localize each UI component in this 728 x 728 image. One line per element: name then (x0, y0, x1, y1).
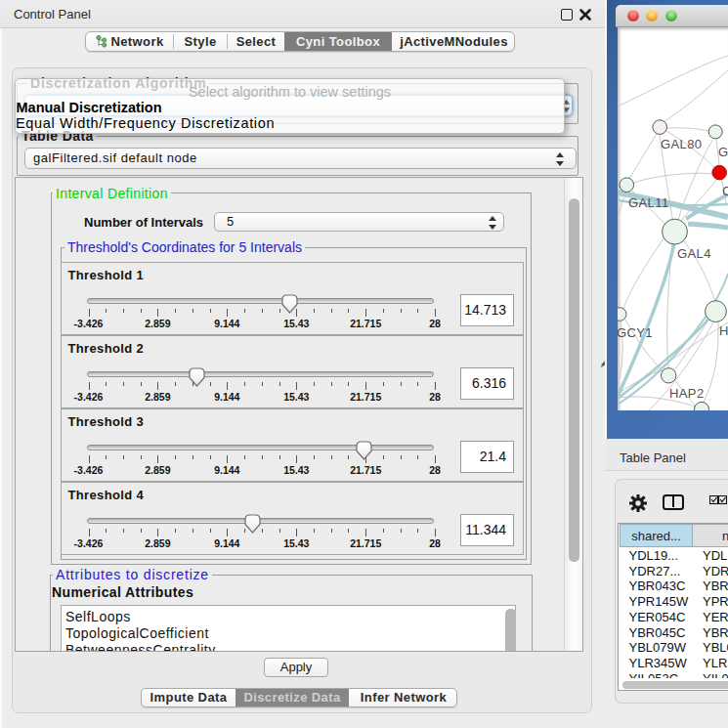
svg-text:GAL11: GAL11 (628, 195, 669, 210)
svg-text:GAL80: GAL80 (661, 137, 702, 151)
svg-text:GCY1: GCY1 (618, 325, 653, 340)
svg-text:CBF1: CBF1 (722, 184, 728, 198)
svg-text:GAL3: GAL3 (718, 145, 728, 159)
svg-text:HIS4: HIS4 (719, 323, 728, 338)
svg-text:HAP2: HAP2 (669, 386, 705, 401)
svg-text:GAL4: GAL4 (677, 246, 711, 261)
